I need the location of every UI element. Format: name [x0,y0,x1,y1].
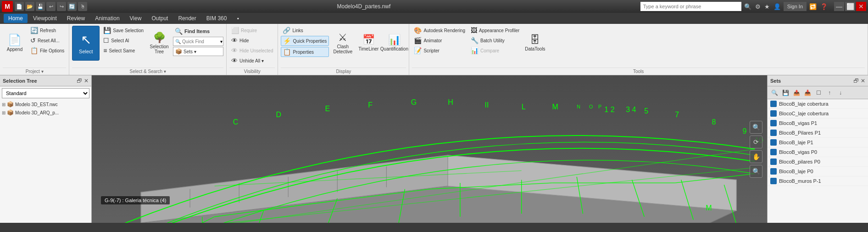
require-icon: ⬜ [231,27,239,34]
menu-viewpoint[interactable]: Viewpoint [28,14,61,23]
orbit-button[interactable]: ⟳ [750,136,762,148]
set-item-2[interactable]: BlocoB_vigas P1 [768,119,868,128]
links-button[interactable]: 🔗 Links [281,26,329,35]
select-same-button[interactable]: ≡ Select Same [101,46,145,55]
ribbon-group-visibility: ⬜ Require 👁 Hide 👁 Hide Unselected 👁 Unh… [227,24,278,75]
help-icon[interactable]: ❓ [819,2,829,11]
undo-icon[interactable]: ↩ [46,2,56,11]
redo-icon[interactable]: ↪ [57,2,66,11]
svg-text:O: O [589,104,593,109]
close-button[interactable]: ✕ [856,2,866,11]
menu-review[interactable]: Review [62,14,89,23]
tree-item-arq[interactable]: ⊞ 📦 Modelo 3D_ARQ_p... [0,108,91,117]
hide-label: Hide [239,38,249,43]
compare-button[interactable]: 📊 Compare [469,46,521,55]
selection-tree-button[interactable]: 🌳 Selection Tree [147,26,171,61]
datatools-button[interactable]: 🗄 DataTools [523,26,547,61]
find-items-label: Find Items [184,28,210,34]
search-input[interactable] [640,2,741,11]
pan-button[interactable]: ✋ [750,150,762,163]
save-selection-button[interactable]: 💾 Save Selection [101,26,145,35]
quick-properties-button[interactable]: ⚡ Quick Properties [281,36,329,46]
selection-tree-title: Selection Tree [3,78,37,84]
sets-label[interactable]: Sets ▾ [184,49,196,54]
zoom-in-button[interactable]: 🔍 [750,121,762,134]
set-item-6[interactable]: BlocoB_pilares P0 [768,157,868,167]
sets-save-button[interactable]: 💾 [780,88,790,97]
set-item-0[interactable]: BlocoB_laje cobertura [768,99,868,109]
menu-bim360[interactable]: BIM 360 [202,14,232,23]
zoom-out-button[interactable]: 🔍 [750,165,762,178]
viewport[interactable]: C D E F G H II L M N O P 1 2 3 4 5 7 8 9… [92,75,767,223]
sync-icon[interactable]: 🔁 [808,2,818,11]
unhide-all-button[interactable]: 👁 Unhide All ▾ [229,56,275,65]
menu-more[interactable]: ▪ [232,14,243,23]
autodesk-rendering-button[interactable]: 🎨 Autodesk Rendering [412,26,467,35]
sets-import-button[interactable]: 📥 [802,88,812,97]
ribbon-group-select-content: ↖ Select 💾 Save Selection ☐ Select Al ≡ … [72,26,223,68]
svg-text:9: 9 [742,127,746,135]
sign-in-button[interactable]: Sign In [784,2,807,11]
sets-float-button[interactable]: 🗗 [853,78,859,84]
set-item-8[interactable]: BlocoB_muros P-1 [768,176,868,186]
quick-find-arrow[interactable]: ▾ [220,39,223,44]
set-item-1[interactable]: BlocoC_laje cobertura [768,109,868,119]
select-all-button[interactable]: ☐ Select Al [101,36,145,45]
selection-tree-close-button[interactable]: ✕ [84,78,89,84]
refresh-icon[interactable]: 🔄 [67,2,77,11]
set-item-3[interactable]: BlocoB_Pilares P1 [768,128,868,138]
menu-animation[interactable]: Animation [90,14,124,23]
animator-button[interactable]: 🎬 Animator [412,36,467,45]
hide-button[interactable]: 👁 Hide [229,36,275,45]
sets-export-button[interactable]: 📤 [791,88,801,97]
timeliner-button[interactable]: 📅 TimeLiner [356,26,380,61]
svg-text:E: E [325,104,330,113]
user-icon[interactable]: 👤 [773,2,782,11]
set-item-5[interactable]: BlocoB_vigas P0 [768,147,868,157]
hide-unselected-icon: 👁 [231,47,238,54]
file-options-button[interactable]: 📋 File Options [28,46,66,55]
scripter-button[interactable]: 📝 Scripter [412,46,467,55]
tree-item-est[interactable]: ⊞ 📦 Modelo 3D_EST.nwc [0,100,91,108]
sets-down-button[interactable]: ↓ [835,88,846,97]
menu-view[interactable]: View [125,14,146,23]
new-icon[interactable]: 📄 [15,2,24,11]
batch-utility-button[interactable]: 🔧 Batch Utility [469,36,521,45]
select-button-container: ↖ Select [72,26,100,61]
maximize-button[interactable]: ⬜ [845,2,855,11]
sets-search-button[interactable]: 🔍 [769,88,779,97]
appearance-profiler-button[interactable]: 🖼 Appearance Profiler [469,26,521,35]
minimize-button[interactable]: — [834,2,844,11]
autodesk-rendering-icon: 🎨 [414,27,422,34]
save-icon[interactable]: 💾 [36,2,45,11]
search-results-icon[interactable]: 🔍 [743,2,752,11]
menu-render[interactable]: Render [173,14,200,23]
sets-new-button[interactable]: ☐ [813,88,823,97]
tree-dropdown[interactable]: Standard [2,88,89,98]
set-item-7[interactable]: BlocoB_laje P0 [768,167,868,176]
hide-unselected-button[interactable]: 👁 Hide Unselected [229,46,275,55]
scripter-icon: 📝 [414,47,422,54]
menu-home[interactable]: Home [4,14,28,23]
properties-button[interactable]: 📋 Properties [281,47,329,57]
reset-all-button[interactable]: ↺ Reset All... [28,36,66,45]
quantification-button[interactable]: 📊 Quantification [382,26,406,61]
find-items-button[interactable]: 🔍 Find Items [173,27,223,36]
clash-detective-button[interactable]: ⚔ Clash Detective [331,26,355,61]
refresh-ribbon-icon: 🔄 [30,27,38,34]
refresh-button[interactable]: 🔄 Refresh [28,26,66,35]
svg-text:M: M [706,204,712,212]
require-button[interactable]: ⬜ Require [229,26,275,35]
open-icon[interactable]: 📂 [25,2,34,11]
select-button[interactable]: ↖ Select [72,26,100,61]
sets-close-button[interactable]: ✕ [861,78,865,84]
filter-icon[interactable]: ⚙ [754,2,762,11]
menu-output[interactable]: Output [147,14,172,23]
sets-up-button[interactable]: ↑ [824,88,835,97]
append-button[interactable]: 📄 Append [3,26,27,61]
set-item-4[interactable]: BlocoB_laje P1 [768,138,868,147]
star-icon[interactable]: ★ [763,2,771,11]
selection-tree-float-button[interactable]: 🗗 [77,78,82,84]
cursor-icon[interactable]: 🖱 [78,2,87,11]
quick-find-input[interactable] [182,39,219,44]
